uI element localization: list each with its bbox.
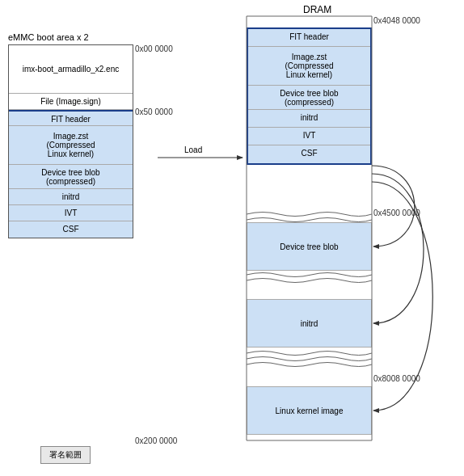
dram-block-initrd: initrd bbox=[247, 299, 372, 348]
dram-fit-box: 0x4048 0000 FIT header Image.zst(Compres… bbox=[247, 16, 372, 165]
load-label: Load bbox=[184, 145, 202, 154]
emmc-cell-csf: CSF bbox=[9, 221, 133, 238]
addr-dram-dtb: 0x4500 0000 bbox=[373, 209, 420, 217]
dram-cell-dtb-compressed: Device tree blob(compressed) bbox=[248, 86, 370, 110]
dram-cell-fit-header: FIT header bbox=[248, 29, 370, 47]
dram-cell-ivt: IVT bbox=[248, 128, 370, 145]
emmc-cell-image-zst: Image.zst(CompressedLinux kernel) bbox=[9, 126, 133, 165]
dram-block-kernel: Linux kernel image bbox=[247, 386, 372, 435]
dram-block-dtb: Device tree blob bbox=[247, 222, 372, 271]
emmc-cell-fit-header: FIT header bbox=[9, 110, 133, 126]
emmc-cell-initrd: initrd bbox=[9, 189, 133, 205]
sign-button[interactable]: 署名範囲 bbox=[40, 446, 91, 464]
addr-dram-kernel: 0x8008 0000 bbox=[373, 374, 420, 383]
addr-emmc-bottom: 0x200 0000 bbox=[135, 436, 177, 445]
emmc-cell-ivt: IVT bbox=[9, 205, 133, 221]
dram-cell-initrd: initrd bbox=[248, 110, 370, 128]
diagram-container: eMMC boot area x 2 0x00 0000 imx-boot_ar… bbox=[0, 0, 464, 476]
emmc-cell-dtb: Device tree blob(compressed) bbox=[9, 165, 133, 189]
dram-cell-image-zst: Image.zst(CompressedLinux kernel) bbox=[248, 47, 370, 86]
addr-emmc-mid: 0x50 0000 bbox=[135, 107, 173, 116]
dram-fit-inner: FIT header Image.zst(CompressedLinux ker… bbox=[247, 27, 372, 165]
emmc-title: eMMC boot area x 2 bbox=[8, 32, 89, 42]
emmc-box: imx-boot_armadillo_x2.enc File (Image.si… bbox=[8, 44, 133, 238]
emmc-cell-file-sign: File (Image.sign) bbox=[9, 94, 133, 110]
addr-dram-fit-top: 0x4048 0000 bbox=[373, 16, 420, 25]
addr-emmc-top: 0x00 0000 bbox=[135, 44, 173, 53]
dram-title: DRAM bbox=[303, 4, 331, 15]
emmc-cell-imx-boot: imx-boot_armadillo_x2.enc bbox=[9, 45, 133, 94]
dram-cell-csf: CSF bbox=[248, 145, 370, 163]
